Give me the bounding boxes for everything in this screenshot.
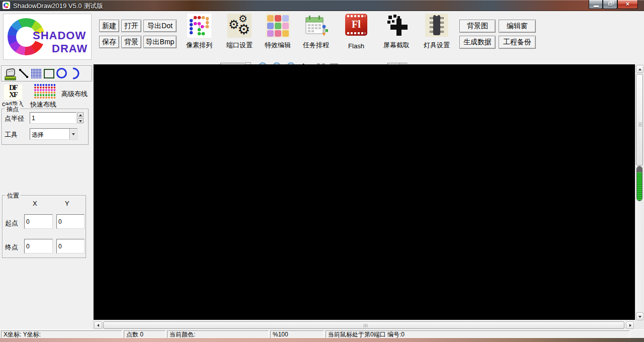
open-button[interactable]: 打开 bbox=[121, 20, 141, 32]
project-backup-button[interactable]: 工程备份 bbox=[499, 36, 536, 49]
calendar-icon bbox=[304, 14, 328, 38]
edit-window-button[interactable]: 编辑窗 bbox=[499, 20, 536, 33]
scroll-right-button[interactable] bbox=[626, 321, 634, 329]
effects-grid-icon bbox=[266, 14, 290, 38]
port-settings-label: 端口设置 bbox=[220, 41, 259, 50]
screen-capture-icon bbox=[384, 14, 409, 38]
extract-group-title: 抽点 bbox=[5, 105, 20, 114]
extract-radius-input[interactable] bbox=[30, 112, 76, 124]
end-y-input[interactable] bbox=[56, 239, 85, 253]
drawing-canvas[interactable] bbox=[94, 64, 635, 320]
quick-wiring-label: 快速布线 bbox=[30, 100, 56, 109]
tool-dropdown-button[interactable] bbox=[69, 129, 77, 139]
flash-label: Flash bbox=[337, 42, 376, 50]
rect-tool-button[interactable] bbox=[44, 69, 54, 78]
position-group-title: 位置 bbox=[6, 192, 21, 200]
effects-edit-button[interactable]: 特效编辑 bbox=[258, 14, 297, 50]
light-settings-label: 灯具设置 bbox=[417, 41, 456, 50]
thumb-grip-icon bbox=[638, 123, 642, 127]
app-icon bbox=[3, 2, 10, 9]
status-point-count: 点数 0 bbox=[124, 330, 166, 338]
new-button[interactable]: 新建 bbox=[99, 20, 119, 32]
scroll-up-button[interactable] bbox=[636, 65, 643, 73]
sidebar: DF XF cad导入 快速布线 高级布线 抽点 点半径 工具 选择 位置 bbox=[0, 63, 94, 329]
logo-text-draw: DRAW bbox=[52, 42, 88, 55]
background-image-button[interactable]: 背景图 bbox=[459, 20, 496, 33]
minimize-button[interactable] bbox=[589, 0, 603, 9]
position-col-x: X bbox=[33, 200, 37, 207]
thumb-grip-icon bbox=[364, 324, 368, 327]
end-x-input[interactable] bbox=[24, 239, 53, 253]
extract-radius-label: 点半径 bbox=[5, 114, 24, 123]
export-bmp-button[interactable]: 导出Bmp bbox=[143, 36, 177, 48]
end-point-label: 终点 bbox=[5, 243, 18, 252]
start-point-label: 起点 bbox=[5, 219, 18, 228]
gears-icon: ⚙ ⚙ ⚙ bbox=[227, 14, 252, 38]
start-y-input[interactable] bbox=[56, 214, 85, 229]
start-x-input[interactable] bbox=[24, 214, 53, 229]
header-toolbar: SHADOW DRAW 新建 打开 导出Dot 保存 背景 导出Bmp bbox=[0, 11, 644, 63]
vertical-scroll-thumb[interactable] bbox=[636, 74, 643, 165]
scroll-down-button[interactable] bbox=[636, 312, 643, 320]
extract-group: 抽点 点半径 工具 选择 bbox=[2, 109, 89, 145]
tool-row bbox=[1, 65, 92, 81]
arc-icon bbox=[72, 67, 80, 79]
horizontal-scroll-thumb[interactable] bbox=[103, 321, 624, 329]
save-button[interactable]: 保存 bbox=[99, 36, 119, 48]
advanced-wiring-link[interactable]: 高级布线 bbox=[61, 90, 88, 99]
arc-tool-button[interactable] bbox=[72, 67, 80, 81]
pixel-arrange-label: 像素排列 bbox=[180, 41, 219, 50]
chip-icon bbox=[425, 14, 448, 37]
hand-icon bbox=[4, 67, 17, 80]
vertical-scrollbar[interactable] bbox=[635, 64, 643, 321]
extract-radius-spin-down[interactable] bbox=[77, 118, 84, 123]
window-title: ShadowDraw2019 V5.0 测试版 bbox=[13, 2, 103, 11]
minimize-icon bbox=[594, 6, 599, 7]
tool-label: 工具 bbox=[5, 130, 18, 139]
app-window: ShadowDraw2019 V5.0 测试版 × SHADOW DRAW 新建… bbox=[0, 0, 644, 342]
logo-panel: SHADOW DRAW bbox=[3, 14, 92, 60]
restore-icon bbox=[608, 2, 612, 6]
export-dot-button[interactable]: 导出Dot bbox=[143, 20, 177, 32]
task-schedule-button[interactable]: 任务排程 bbox=[296, 14, 336, 50]
screen-capture-button[interactable]: 屏幕截取 bbox=[377, 14, 416, 50]
close-icon: × bbox=[618, 1, 637, 8]
position-col-y: Y bbox=[65, 200, 69, 207]
extract-radius-spin-up[interactable] bbox=[77, 112, 84, 117]
port-settings-button[interactable]: ⚙ ⚙ ⚙ 端口设置 bbox=[220, 14, 259, 50]
matrix-tool-button[interactable] bbox=[31, 69, 42, 78]
cad-import-button[interactable]: DF XF bbox=[4, 84, 22, 100]
effects-edit-label: 特效编辑 bbox=[258, 41, 297, 50]
select-tool-button[interactable] bbox=[4, 67, 17, 82]
status-port-info: 当前鼠标处于第0端口 编号:0 bbox=[326, 330, 630, 338]
maximize-button[interactable] bbox=[603, 0, 617, 9]
tool-select-value: 选择 bbox=[32, 131, 44, 139]
circle-tool-button[interactable] bbox=[56, 68, 67, 78]
task-schedule-label: 任务排程 bbox=[296, 41, 336, 50]
tool-select[interactable]: 选择 bbox=[30, 128, 77, 140]
position-group: 位置 X Y 起点 终点 bbox=[2, 195, 86, 258]
titlebar[interactable]: ShadowDraw2019 V5.0 测试版 × bbox=[0, 0, 644, 11]
status-current-color: 当前颜色: bbox=[167, 330, 269, 338]
line-icon bbox=[18, 68, 29, 79]
quick-wiring-button[interactable] bbox=[34, 84, 56, 100]
statusbar: X坐标: Y坐标: 点数 0 当前颜色: %100 当前鼠标处于第0端口 编号:… bbox=[0, 329, 644, 338]
scroll-left-button[interactable] bbox=[94, 321, 102, 329]
logo-text-shadow: SHADOW bbox=[33, 29, 86, 42]
screen-capture-label: 屏幕截取 bbox=[377, 41, 416, 50]
status-zoom-percent: %100 bbox=[270, 330, 324, 338]
status-coordinates: X坐标: Y坐标: bbox=[1, 330, 122, 338]
flash-icon: Fl bbox=[345, 14, 367, 36]
close-button[interactable]: × bbox=[617, 0, 638, 9]
line-tool-button[interactable] bbox=[18, 68, 29, 81]
green-progress-bar bbox=[636, 166, 642, 201]
background-button[interactable]: 背景 bbox=[121, 36, 141, 48]
scrollbar-corner bbox=[635, 321, 644, 329]
desktop-wallpaper-strip bbox=[0, 338, 644, 342]
generate-data-button[interactable]: 生成数据 bbox=[459, 36, 496, 49]
horizontal-scrollbar[interactable] bbox=[94, 321, 635, 329]
pixel-arrange-button[interactable]: 像素排列 bbox=[180, 14, 219, 50]
pixel-arrange-icon bbox=[187, 14, 211, 38]
flash-button[interactable]: Fl Flash bbox=[337, 14, 376, 50]
light-settings-button[interactable]: 灯具设置 bbox=[417, 14, 456, 50]
